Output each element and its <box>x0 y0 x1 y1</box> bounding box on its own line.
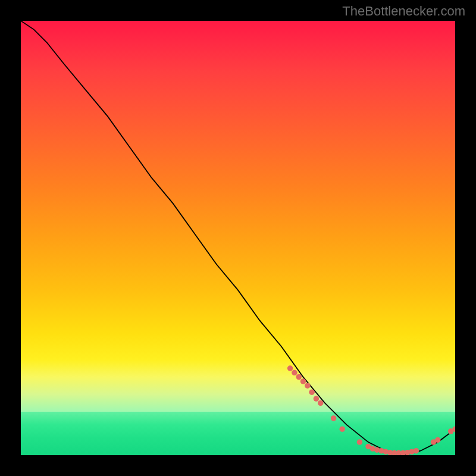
data-point <box>300 378 306 384</box>
data-point <box>292 370 297 375</box>
data-points <box>287 365 455 455</box>
data-point <box>318 400 323 406</box>
plot-area <box>21 21 455 455</box>
data-point <box>309 389 314 394</box>
data-point <box>305 383 310 388</box>
watermark-text: TheBottlenecker.com <box>342 4 465 19</box>
data-point <box>287 365 293 371</box>
data-point <box>435 437 440 443</box>
data-point <box>339 426 345 431</box>
chart-svg <box>21 21 455 455</box>
data-point <box>314 396 319 401</box>
data-point <box>296 374 301 380</box>
data-point <box>331 415 336 421</box>
bottleneck-curve <box>21 21 455 455</box>
data-point <box>414 448 419 453</box>
data-point <box>357 439 362 444</box>
